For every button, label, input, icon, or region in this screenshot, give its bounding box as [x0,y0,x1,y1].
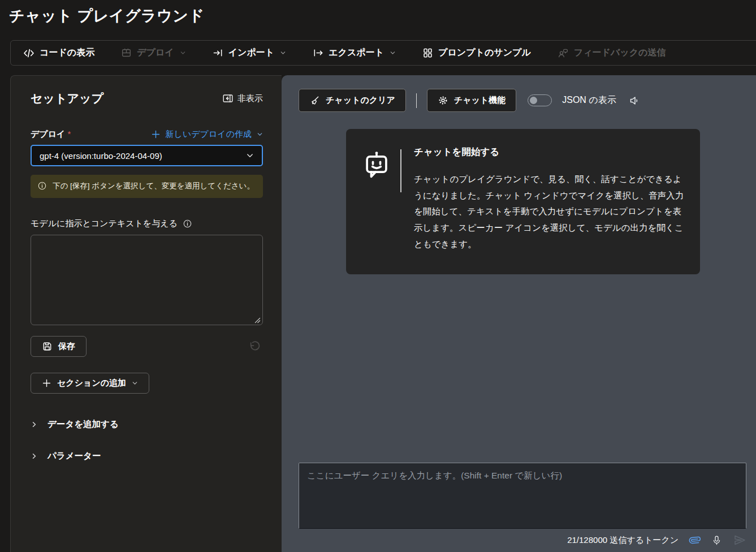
save-warning-banner: 下の [保存] ボタンを選択して、変更を適用してください。 [31,175,263,198]
chevron-down-icon [246,152,254,159]
chevron-down-icon [132,380,138,386]
card-divider [400,149,401,192]
chat-intro-title: チャットを開始する [414,146,689,158]
chat-panel: チャットのクリア チャット機能 JSON の表示 チャットを開始する チャットの… [282,75,756,552]
chat-intro-card: チャットを開始する チャットのプレイグラウンドで、見る、聞く、話すことができるよ… [346,129,700,274]
chevron-down-icon [180,50,186,56]
toggle-knob [530,97,537,104]
info-icon[interactable] [183,219,192,228]
toolbar-item-label: エクスポート [329,47,384,59]
plus-icon [151,130,161,139]
input-footer: 21/128000 送信するトークン [567,533,746,547]
mic-icon[interactable] [711,535,722,546]
chat-features-label: チャット機能 [454,95,506,106]
chat-intro-body: チャットのプレイグラウンドで、見る、聞く、話すことができるようになりました。チャ… [414,171,689,252]
json-toggle[interactable] [528,94,552,106]
broom-icon [309,95,320,106]
chevron-right-icon [31,452,38,460]
save-icon [42,341,53,352]
chevron-down-icon [280,50,286,56]
system-message-label: モデルに指示とコンテキストを与える [31,218,178,229]
toolbar-item-deploy[interactable]: デプロイ [121,47,186,59]
save-warning-text: 下の [保存] ボタンを選択して、変更を適用してください。 [53,180,254,192]
add-data-section-toggle[interactable]: データを追加する [31,419,263,430]
setup-panel: セットアップ 非表示 デプロイ* 新しいデプロイの作成 gpt-4 (versi… [10,75,282,552]
setup-title: セットアップ [31,90,103,106]
create-new-deployment-label: 新しいデプロイの作成 [166,129,252,140]
deploy-icon [121,48,132,58]
user-query-input[interactable] [299,463,746,529]
toolbar-item-label: プロンプトのサンプル [438,47,531,59]
top-toolbar: コードの表示 デプロイ インポート エクスポート プロンプトのサンプル [10,40,756,66]
deployment-select-value: gpt-4 (version:turbo-2024-04-09) [40,151,162,161]
add-data-section-label: データを追加する [47,419,119,430]
chevron-right-icon [31,421,38,428]
send-icon[interactable] [733,533,746,547]
save-button-label: 保存 [58,341,75,352]
grid-icon [422,48,433,58]
system-message-textarea[interactable] [31,235,263,325]
add-section-button[interactable]: セクションの追加 [31,373,149,394]
page-title: チャット プレイグラウンド [9,6,205,26]
chevron-down-icon [257,131,263,137]
undo-icon[interactable] [248,340,261,353]
parameters-section-label: パラメーター [47,450,101,462]
paperclip-icon[interactable] [689,534,701,546]
resize-handle-icon[interactable] [254,317,261,324]
feedback-icon [558,48,569,59]
import-icon [213,48,223,58]
info-icon [37,181,47,192]
hide-panel-label: 非表示 [237,93,263,104]
toolbar-item-export[interactable]: エクスポート [313,47,396,59]
add-section-label: セクションの追加 [57,378,126,389]
code-icon [23,48,34,59]
deploy-field-label: デプロイ* [31,129,71,140]
clear-chat-label: チャットのクリア [326,95,395,106]
token-count: 21/128000 送信するトークン [567,535,679,546]
toolbar-item-prompt-samples[interactable]: プロンプトのサンプル [422,47,531,59]
clear-chat-button[interactable]: チャットのクリア [299,89,406,112]
export-icon [313,48,323,58]
chat-features-button[interactable]: チャット機能 [427,89,516,112]
deployment-select[interactable]: gpt-4 (version:turbo-2024-04-09) [31,145,263,166]
hide-panel-button[interactable]: 非表示 [222,93,263,104]
toolbar-item-label: デプロイ [137,47,174,59]
gear-icon [438,95,448,106]
speaker-icon[interactable] [629,94,641,107]
create-new-deployment-link[interactable]: 新しいデプロイの作成 [151,129,263,140]
plus-icon [42,378,51,388]
toolbar-item-label: インポート [228,47,275,59]
chevron-down-icon [390,50,396,56]
required-marker: * [67,129,71,139]
toolbar-item-import[interactable]: インポート [213,47,287,59]
toolbar-item-label: フィードバックの送信 [574,47,666,59]
toolbar-divider [416,93,417,108]
toolbar-item-view-code[interactable]: コードの表示 [23,47,94,59]
hide-panel-icon [222,93,234,104]
json-toggle-label: JSON の表示 [562,94,616,106]
robot-icon [362,150,391,254]
save-button[interactable]: 保存 [31,336,87,357]
parameters-section-toggle[interactable]: パラメーター [31,450,263,462]
toolbar-item-send-feedback[interactable]: フィードバックの送信 [558,47,666,59]
chat-toolbar: チャットのクリア チャット機能 JSON の表示 [299,89,641,112]
toolbar-item-label: コードの表示 [40,47,94,59]
